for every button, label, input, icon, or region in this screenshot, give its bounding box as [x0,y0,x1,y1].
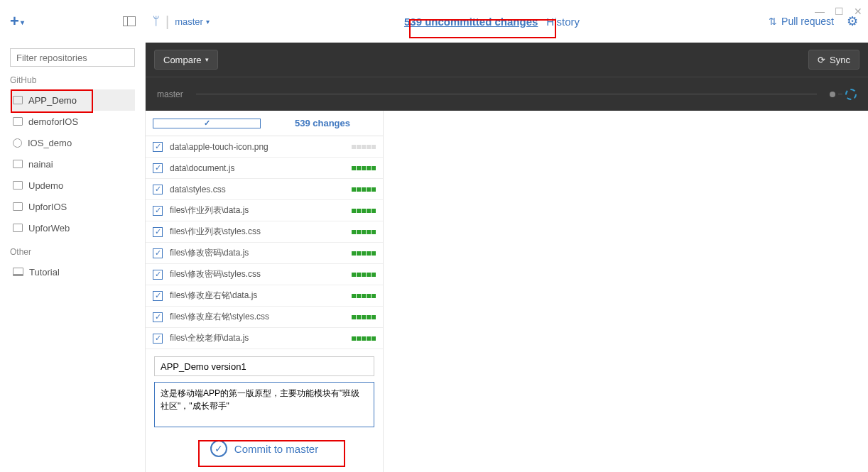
file-row[interactable]: ✓files\修改座右铭\styles.css [146,307,383,328]
check-circle-icon: ✓ [210,440,227,457]
panel-toggle-icon[interactable] [123,16,136,26]
file-checkbox[interactable]: ✓ [153,142,163,152]
filter-repos-input[interactable] [10,48,135,67]
diff-indicator [352,209,376,213]
repo-icon [13,202,23,211]
sidebar-item-app_demo[interactable]: APP_Demo [10,89,135,111]
sidebar-item-demoforios[interactable]: demoforIOS [10,111,135,132]
diff-indicator [352,273,376,277]
sidebar: GitHub APP_DemodemoforIOSIOS_demonainaiU… [0,43,146,472]
repo-icon [13,117,23,126]
diff-indicator [352,145,376,149]
repo-label: APP_Demo [28,95,77,106]
repo-icon [13,224,23,232]
tab-history[interactable]: History [546,16,580,28]
file-path: files\修改座右铭\styles.css [170,311,345,323]
section-other: Other [10,247,135,257]
file-checkbox[interactable]: ✓ [153,206,163,216]
section-github: GitHub [10,75,135,85]
repo-icon [13,96,23,104]
file-checkbox[interactable]: ✓ [153,185,163,194]
file-row[interactable]: ✓files\作业列表\styles.css [146,221,383,243]
repo-label: UpforIOS [28,202,67,212]
graph-branch-label: master [157,89,183,99]
compare-button[interactable]: Compare ▾ [154,50,218,70]
file-row[interactable]: ✓files\修改座右铭\data.js [146,285,383,307]
file-row[interactable]: ✓files\修改密码\data.js [146,243,383,264]
repo-label: Updemo [28,180,63,191]
file-path: data\styles.css [170,185,345,194]
file-row[interactable]: ✓files\修改密码\styles.css [146,264,383,285]
repo-icon [13,160,23,168]
select-all-checkbox[interactable]: ✓ [153,119,261,128]
file-checkbox[interactable]: ✓ [153,334,163,344]
file-path: data\document.js [170,163,345,173]
diff-indicator [352,315,376,319]
pull-request-button[interactable]: ⇅ Pull request [769,16,834,27]
sidebar-item-upforios[interactable]: UpforIOS [10,196,135,217]
file-path: data\apple-touch-icon.png [170,142,345,152]
add-repo-button[interactable]: + ▾ [10,12,24,31]
diff-panel [384,111,868,472]
monitor-icon [13,268,23,276]
tab-changes[interactable]: 539 uncommitted changes [404,16,538,28]
window-maximize[interactable]: ☐ [835,6,844,17]
file-row[interactable]: ✓files\作业列表\data.js [146,200,383,221]
diff-indicator [352,166,376,170]
diff-indicator [352,336,376,341]
branch-icon[interactable]: ᛘ [153,15,160,28]
commit-graph-line [196,94,817,94]
file-checkbox[interactable]: ✓ [153,291,163,301]
diff-indicator [352,187,376,192]
repo-label: Tutorial [29,267,60,278]
uncommitted-ring-icon [845,89,857,100]
commit-dot-icon [830,92,835,97]
changes-header: ✓ 539 changes [146,111,383,136]
repo-label: demoforIOS [28,116,78,127]
commit-description-input[interactable] [154,382,374,427]
file-path: files\全校老师\data.js [170,332,345,344]
sidebar-item-ios_demo[interactable]: IOS_demo [10,132,135,153]
file-checkbox[interactable]: ✓ [153,248,163,258]
caret-down-icon: ▾ [206,18,210,26]
diff-indicator [352,251,376,256]
file-row[interactable]: ✓data\styles.css [146,179,383,200]
file-row[interactable]: ✓files\全校老师\data.js [146,328,383,349]
file-path: files\修改密码\data.js [170,247,345,259]
plus-icon: + [10,12,19,31]
file-checkbox[interactable]: ✓ [153,163,163,173]
file-checkbox[interactable]: ✓ [153,312,163,322]
file-path: files\修改密码\styles.css [170,268,345,280]
sidebar-item-tutorial[interactable]: Tutorial [10,261,135,282]
clock-icon [13,138,22,148]
file-checkbox[interactable]: ✓ [153,270,163,280]
window-close[interactable]: ✕ [854,6,862,17]
sidebar-item-updemo[interactable]: Updemo [10,175,135,196]
caret-down-icon: ▾ [205,56,209,63]
branch-selector[interactable]: master ▾ [175,16,210,27]
sidebar-item-upforweb[interactable]: UpforWeb [10,217,135,238]
sync-icon: ⟳ [818,55,825,65]
file-path: files\作业列表\styles.css [170,226,345,238]
file-checkbox[interactable]: ✓ [153,227,163,237]
pull-request-icon: ⇅ [769,16,777,27]
repo-label: nainai [28,159,53,170]
repo-label: IOS_demo [28,138,72,148]
sync-button[interactable]: ⟳ Sync [808,50,859,70]
window-minimize[interactable]: — [815,6,825,17]
diff-indicator [352,294,376,298]
sidebar-item-nainai[interactable]: nainai [10,153,135,175]
repo-icon [13,181,23,190]
file-row[interactable]: ✓data\apple-touch-icon.png [146,136,383,158]
file-path: files\作业列表\data.js [170,204,345,216]
repo-label: UpforWeb [28,223,70,234]
commit-button[interactable]: ✓ Commit to master [199,437,330,460]
commit-summary-input[interactable] [154,356,374,376]
file-path: files\修改座右铭\data.js [170,290,345,302]
file-row[interactable]: ✓data\document.js [146,158,383,179]
commit-graph-head [830,89,857,100]
caret-down-icon: ▾ [21,18,24,26]
diff-indicator [352,230,376,234]
